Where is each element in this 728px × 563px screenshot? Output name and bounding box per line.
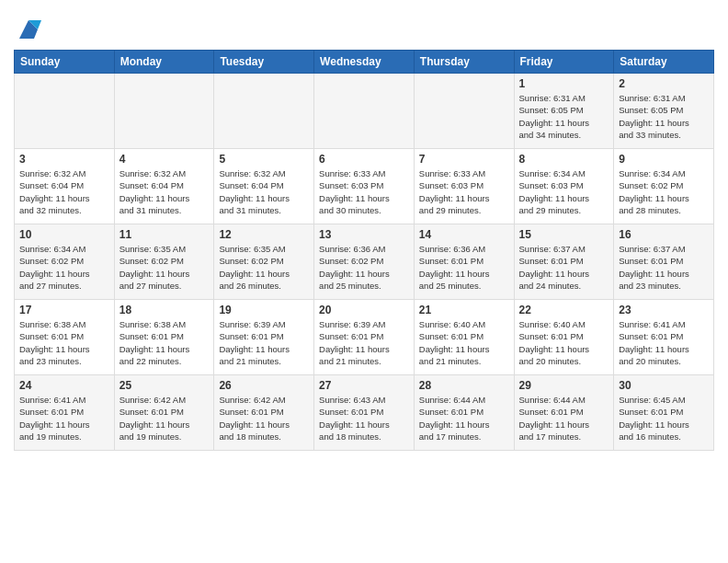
day-info: Sunrise: 6:35 AM Sunset: 6:02 PM Dayligh… xyxy=(219,243,309,292)
calendar-cell: 10Sunrise: 6:34 AM Sunset: 6:02 PM Dayli… xyxy=(15,224,115,300)
calendar: SundayMondayTuesdayWednesdayThursdayFrid… xyxy=(14,50,714,451)
calendar-cell: 7Sunrise: 6:33 AM Sunset: 6:03 PM Daylig… xyxy=(414,149,514,224)
calendar-cell: 4Sunrise: 6:32 AM Sunset: 6:04 PM Daylig… xyxy=(114,149,214,224)
day-info: Sunrise: 6:44 AM Sunset: 6:01 PM Dayligh… xyxy=(419,394,509,442)
calendar-header: SundayMondayTuesdayWednesdayThursdayFrid… xyxy=(15,51,714,74)
day-number: 29 xyxy=(519,379,609,392)
weekday-header-friday: Friday xyxy=(514,51,614,74)
day-number: 9 xyxy=(619,153,709,166)
calendar-cell: 14Sunrise: 6:36 AM Sunset: 6:01 PM Dayli… xyxy=(414,224,514,300)
week-row-3: 10Sunrise: 6:34 AM Sunset: 6:02 PM Dayli… xyxy=(15,224,714,300)
day-info: Sunrise: 6:34 AM Sunset: 6:02 PM Dayligh… xyxy=(619,167,709,216)
day-number: 6 xyxy=(319,153,409,166)
calendar-cell: 5Sunrise: 6:32 AM Sunset: 6:04 PM Daylig… xyxy=(214,149,314,224)
calendar-cell: 13Sunrise: 6:36 AM Sunset: 6:02 PM Dayli… xyxy=(314,224,415,300)
logo-icon xyxy=(16,17,41,42)
day-number: 24 xyxy=(19,379,109,392)
day-info: Sunrise: 6:36 AM Sunset: 6:01 PM Dayligh… xyxy=(419,243,509,292)
day-number: 17 xyxy=(19,304,109,316)
day-number: 19 xyxy=(219,304,309,316)
day-info: Sunrise: 6:37 AM Sunset: 6:01 PM Dayligh… xyxy=(619,243,709,292)
week-row-5: 24Sunrise: 6:41 AM Sunset: 6:01 PM Dayli… xyxy=(15,375,714,451)
weekday-header-sunday: Sunday xyxy=(15,51,115,74)
calendar-cell xyxy=(114,74,214,149)
day-number: 25 xyxy=(119,379,210,392)
day-number: 26 xyxy=(219,379,309,392)
day-number: 22 xyxy=(519,304,609,316)
day-number: 14 xyxy=(419,228,509,241)
day-number: 23 xyxy=(619,304,709,316)
calendar-cell: 20Sunrise: 6:39 AM Sunset: 6:01 PM Dayli… xyxy=(314,300,415,375)
header xyxy=(14,9,714,42)
calendar-cell: 15Sunrise: 6:37 AM Sunset: 6:01 PM Dayli… xyxy=(514,224,614,300)
day-number: 8 xyxy=(519,153,609,166)
day-number: 21 xyxy=(419,304,509,316)
day-info: Sunrise: 6:34 AM Sunset: 6:02 PM Dayligh… xyxy=(19,243,109,292)
weekday-header-thursday: Thursday xyxy=(414,51,514,74)
calendar-cell: 19Sunrise: 6:39 AM Sunset: 6:01 PM Dayli… xyxy=(214,300,314,375)
day-number: 5 xyxy=(219,153,309,166)
day-number: 27 xyxy=(319,379,409,392)
calendar-cell: 17Sunrise: 6:38 AM Sunset: 6:01 PM Dayli… xyxy=(15,300,115,375)
weekday-header-monday: Monday xyxy=(114,51,214,74)
calendar-cell: 30Sunrise: 6:45 AM Sunset: 6:01 PM Dayli… xyxy=(614,375,714,451)
calendar-cell: 23Sunrise: 6:41 AM Sunset: 6:01 PM Dayli… xyxy=(614,300,714,375)
calendar-cell: 22Sunrise: 6:40 AM Sunset: 6:01 PM Dayli… xyxy=(514,300,614,375)
page: SundayMondayTuesdayWednesdayThursdayFrid… xyxy=(0,0,728,465)
week-row-4: 17Sunrise: 6:38 AM Sunset: 6:01 PM Dayli… xyxy=(15,300,714,375)
day-info: Sunrise: 6:33 AM Sunset: 6:03 PM Dayligh… xyxy=(419,167,509,216)
day-number: 15 xyxy=(519,228,609,241)
calendar-cell: 28Sunrise: 6:44 AM Sunset: 6:01 PM Dayli… xyxy=(414,375,514,451)
day-info: Sunrise: 6:32 AM Sunset: 6:04 PM Dayligh… xyxy=(219,167,309,216)
logo xyxy=(14,17,41,42)
calendar-cell: 11Sunrise: 6:35 AM Sunset: 6:02 PM Dayli… xyxy=(114,224,214,300)
calendar-cell: 29Sunrise: 6:44 AM Sunset: 6:01 PM Dayli… xyxy=(514,375,614,451)
calendar-cell: 18Sunrise: 6:38 AM Sunset: 6:01 PM Dayli… xyxy=(114,300,214,375)
day-info: Sunrise: 6:40 AM Sunset: 6:01 PM Dayligh… xyxy=(519,318,609,367)
calendar-cell: 1Sunrise: 6:31 AM Sunset: 6:05 PM Daylig… xyxy=(514,74,614,149)
day-info: Sunrise: 6:31 AM Sunset: 6:05 PM Dayligh… xyxy=(519,92,609,141)
calendar-cell xyxy=(15,74,115,149)
calendar-cell: 24Sunrise: 6:41 AM Sunset: 6:01 PM Dayli… xyxy=(15,375,115,451)
day-info: Sunrise: 6:40 AM Sunset: 6:01 PM Dayligh… xyxy=(419,318,509,367)
day-number: 13 xyxy=(319,228,409,241)
calendar-cell: 3Sunrise: 6:32 AM Sunset: 6:04 PM Daylig… xyxy=(15,149,115,224)
day-number: 20 xyxy=(319,304,409,316)
weekday-header-wednesday: Wednesday xyxy=(314,51,415,74)
calendar-cell: 26Sunrise: 6:42 AM Sunset: 6:01 PM Dayli… xyxy=(214,375,314,451)
calendar-cell: 2Sunrise: 6:31 AM Sunset: 6:05 PM Daylig… xyxy=(614,74,714,149)
day-number: 7 xyxy=(419,153,509,166)
day-info: Sunrise: 6:35 AM Sunset: 6:02 PM Dayligh… xyxy=(119,243,210,292)
day-info: Sunrise: 6:38 AM Sunset: 6:01 PM Dayligh… xyxy=(119,318,210,367)
calendar-cell: 27Sunrise: 6:43 AM Sunset: 6:01 PM Dayli… xyxy=(314,375,415,451)
day-number: 3 xyxy=(19,153,109,166)
calendar-cell xyxy=(314,74,415,149)
day-info: Sunrise: 6:37 AM Sunset: 6:01 PM Dayligh… xyxy=(519,243,609,292)
calendar-cell: 9Sunrise: 6:34 AM Sunset: 6:02 PM Daylig… xyxy=(614,149,714,224)
day-number: 1 xyxy=(519,77,609,90)
day-info: Sunrise: 6:43 AM Sunset: 6:01 PM Dayligh… xyxy=(319,394,409,442)
day-info: Sunrise: 6:39 AM Sunset: 6:01 PM Dayligh… xyxy=(219,318,309,367)
day-info: Sunrise: 6:32 AM Sunset: 6:04 PM Dayligh… xyxy=(119,167,210,216)
day-info: Sunrise: 6:41 AM Sunset: 6:01 PM Dayligh… xyxy=(619,318,709,367)
calendar-cell: 21Sunrise: 6:40 AM Sunset: 6:01 PM Dayli… xyxy=(414,300,514,375)
day-number: 12 xyxy=(219,228,309,241)
day-number: 28 xyxy=(419,379,509,392)
day-info: Sunrise: 6:41 AM Sunset: 6:01 PM Dayligh… xyxy=(19,394,109,442)
week-row-2: 3Sunrise: 6:32 AM Sunset: 6:04 PM Daylig… xyxy=(15,149,714,224)
day-info: Sunrise: 6:42 AM Sunset: 6:01 PM Dayligh… xyxy=(119,394,210,442)
weekday-header-saturday: Saturday xyxy=(614,51,714,74)
weekday-header-row: SundayMondayTuesdayWednesdayThursdayFrid… xyxy=(15,51,714,74)
day-info: Sunrise: 6:32 AM Sunset: 6:04 PM Dayligh… xyxy=(19,167,109,216)
day-info: Sunrise: 6:44 AM Sunset: 6:01 PM Dayligh… xyxy=(519,394,609,442)
day-number: 10 xyxy=(19,228,109,241)
day-info: Sunrise: 6:31 AM Sunset: 6:05 PM Dayligh… xyxy=(619,92,709,141)
day-number: 2 xyxy=(619,77,709,90)
day-info: Sunrise: 6:39 AM Sunset: 6:01 PM Dayligh… xyxy=(319,318,409,367)
day-info: Sunrise: 6:45 AM Sunset: 6:01 PM Dayligh… xyxy=(619,394,709,442)
calendar-cell: 12Sunrise: 6:35 AM Sunset: 6:02 PM Dayli… xyxy=(214,224,314,300)
day-info: Sunrise: 6:42 AM Sunset: 6:01 PM Dayligh… xyxy=(219,394,309,442)
calendar-cell xyxy=(214,74,314,149)
calendar-cell xyxy=(414,74,514,149)
day-info: Sunrise: 6:38 AM Sunset: 6:01 PM Dayligh… xyxy=(19,318,109,367)
